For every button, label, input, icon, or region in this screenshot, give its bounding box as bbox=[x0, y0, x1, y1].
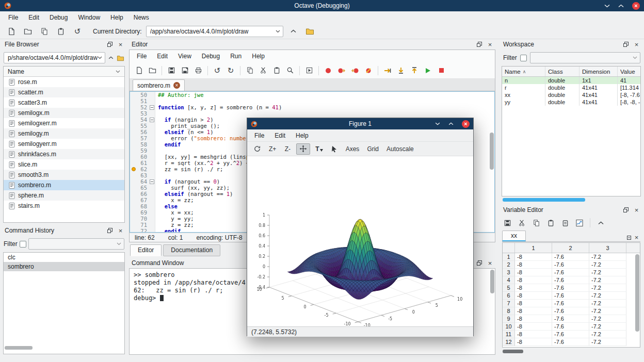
grid-row[interactable]: 7-8-7.6-7.2 bbox=[503, 300, 640, 307]
titlebar[interactable]: Octave (Debugging) × bbox=[0, 0, 644, 11]
grid-row[interactable]: 2-8-7.6-7.2 bbox=[503, 261, 640, 269]
undock-widget-icon[interactable] bbox=[475, 259, 483, 267]
grid-row[interactable]: 5-8-7.6-7.2 bbox=[503, 284, 640, 292]
fold-collapse-icon[interactable] bbox=[150, 105, 154, 110]
grid-row[interactable]: 12-8-7.6-7.2 bbox=[503, 338, 640, 346]
save-icon[interactable] bbox=[502, 218, 512, 228]
gutter-fold[interactable] bbox=[149, 129, 155, 135]
gutter-fold[interactable] bbox=[149, 117, 155, 123]
grid-cell[interactable]: -7.6 bbox=[552, 323, 589, 331]
variable-editor-horizontal-scrollbar[interactable] bbox=[503, 350, 523, 353]
grid-cell[interactable]: -7.6 bbox=[552, 284, 589, 292]
close-button[interactable]: × bbox=[462, 120, 470, 128]
file-row[interactable]: semilogyerr.m bbox=[4, 139, 124, 149]
grid-cell[interactable]: -8 bbox=[515, 315, 552, 323]
grid-cell[interactable]: -8 bbox=[515, 269, 552, 276]
gutter-breakpoint[interactable] bbox=[130, 166, 137, 172]
gutter-fold[interactable] bbox=[149, 222, 155, 228]
file-row[interactable]: slice.m bbox=[4, 159, 124, 170]
current-directory-combobox[interactable]: /app/share/octave/4.4.0/m/plot/draw bbox=[146, 26, 283, 37]
grid-cell[interactable]: -8 bbox=[515, 323, 552, 331]
autoscale-button[interactable]: Autoscale bbox=[384, 143, 416, 155]
zoom-in-tool[interactable]: Z+ bbox=[266, 143, 279, 155]
grid-cell[interactable]: -8 bbox=[515, 307, 552, 315]
grid-cell[interactable]: -8 bbox=[515, 331, 552, 338]
grid-cell[interactable]: -7.2 bbox=[589, 276, 626, 284]
fold-collapse-icon[interactable] bbox=[150, 179, 154, 184]
workspace-filter-combobox[interactable] bbox=[530, 52, 640, 63]
undo-icon[interactable]: ↺ bbox=[212, 65, 222, 76]
close-tab-icon[interactable]: × bbox=[633, 234, 640, 241]
gutter-fold[interactable] bbox=[149, 110, 155, 117]
workspace-column-class[interactable]: Class bbox=[545, 67, 579, 76]
text-tool[interactable]: T bbox=[313, 143, 325, 155]
workspace-horizontal-scrollbar[interactable] bbox=[503, 198, 585, 202]
file-row[interactable]: smooth3.m bbox=[4, 170, 124, 180]
gutter-breakpoint[interactable] bbox=[130, 110, 137, 117]
gutter-fold[interactable] bbox=[149, 178, 155, 185]
paste-icon[interactable] bbox=[545, 218, 556, 228]
gutter-fold[interactable] bbox=[149, 172, 155, 178]
grid-cell[interactable]: -8 bbox=[515, 253, 552, 261]
grid-cell[interactable]: -7.2 bbox=[589, 315, 626, 323]
grid-cell[interactable]: -7.6 bbox=[552, 269, 589, 276]
grid-row[interactable]: 1-8-7.6-7.2 bbox=[503, 253, 640, 261]
one-directory-up-button[interactable] bbox=[287, 25, 300, 38]
file-row[interactable]: shrinkfaces.m bbox=[4, 149, 124, 159]
file-row[interactable]: stairs.m bbox=[4, 201, 124, 211]
select-tool-icon[interactable] bbox=[328, 143, 341, 155]
minimize-button[interactable] bbox=[604, 4, 610, 8]
grid-row-header[interactable]: 7 bbox=[503, 300, 515, 307]
tab-close-icon[interactable]: × bbox=[173, 82, 180, 89]
grid-cell[interactable]: -7.6 bbox=[552, 331, 589, 338]
gutter-breakpoint[interactable] bbox=[130, 92, 137, 98]
grid-cell[interactable]: -8 bbox=[515, 338, 552, 346]
grid-column-header[interactable]: 2 bbox=[552, 243, 589, 253]
gutter-breakpoint[interactable] bbox=[130, 209, 137, 216]
figure-titlebar[interactable]: Figure 1 × bbox=[247, 118, 473, 129]
grid-cell[interactable]: -7.2 bbox=[589, 253, 626, 261]
grid-cell[interactable]: -8 bbox=[515, 300, 552, 307]
grid-cell[interactable]: -7.2 bbox=[589, 338, 626, 346]
remove-breakpoints-icon[interactable] bbox=[363, 65, 374, 76]
undock-widget-icon[interactable] bbox=[475, 41, 483, 48]
copy-clipboard-icon[interactable] bbox=[38, 25, 51, 38]
grid-cell[interactable]: -7.2 bbox=[589, 269, 626, 276]
undo-icon[interactable]: ↺ bbox=[71, 25, 84, 38]
gutter-fold[interactable] bbox=[149, 228, 155, 233]
figure-plot-area[interactable] bbox=[247, 156, 473, 326]
axes-button[interactable]: Axes bbox=[343, 143, 362, 155]
grid-row-header[interactable]: 9 bbox=[503, 315, 515, 323]
find-icon[interactable] bbox=[285, 65, 295, 76]
grid-cell[interactable]: -7.6 bbox=[552, 300, 589, 307]
grid-row-header[interactable]: 1 bbox=[503, 253, 515, 261]
gutter-breakpoint[interactable] bbox=[130, 129, 137, 135]
close-button[interactable]: × bbox=[632, 2, 640, 10]
editor-file-tab[interactable]: sombrero.m × bbox=[133, 79, 185, 91]
clipboard-icon[interactable] bbox=[560, 218, 570, 228]
gutter-breakpoint[interactable] bbox=[130, 154, 137, 160]
grid-row-header[interactable]: 8 bbox=[503, 307, 515, 315]
new-script-icon[interactable] bbox=[5, 25, 18, 38]
grid-cell[interactable]: -7.2 bbox=[589, 292, 626, 300]
toggle-breakpoint-icon[interactable] bbox=[323, 65, 333, 76]
history-horizontal-scrollbar[interactable] bbox=[5, 346, 33, 350]
gutter-breakpoint[interactable] bbox=[130, 104, 137, 110]
gutter-breakpoint[interactable] bbox=[130, 216, 137, 222]
grid-row-header[interactable]: 12 bbox=[503, 338, 515, 346]
variable-tab[interactable]: xx bbox=[502, 231, 526, 241]
save-icon[interactable] bbox=[166, 65, 176, 76]
grid-row-header[interactable]: 10 bbox=[503, 323, 515, 331]
gutter-breakpoint[interactable] bbox=[130, 172, 137, 178]
gutter-fold[interactable] bbox=[149, 104, 155, 110]
close-widget-icon[interactable]: × bbox=[117, 227, 124, 235]
gutter-fold[interactable] bbox=[149, 166, 155, 172]
grid-cell[interactable]: -8 bbox=[515, 284, 552, 292]
editor-menu-item-edit[interactable]: Edit bbox=[152, 51, 173, 61]
grid-row-header[interactable]: 6 bbox=[503, 292, 515, 300]
command-history-list[interactable]: clcsombrero bbox=[4, 253, 124, 271]
gutter-breakpoint[interactable] bbox=[130, 191, 137, 197]
workspace-row[interactable]: ndouble1x141 bbox=[502, 77, 640, 84]
gutter-fold[interactable] bbox=[149, 92, 155, 98]
new-file-icon[interactable] bbox=[134, 65, 144, 76]
